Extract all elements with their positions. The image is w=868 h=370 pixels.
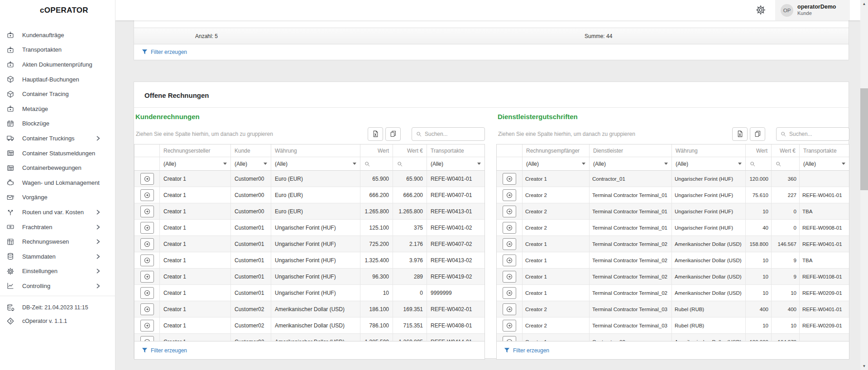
sidebar-item[interactable]: Container Tracing — [0, 86, 115, 101]
column-header[interactable]: Transportakte — [800, 144, 849, 157]
table-row[interactable]: Creator 1 Contractor_01 Ungarischer Fori… — [497, 171, 849, 187]
table-row[interactable]: Creator 2 Terminal Contractor Terminal_0… — [497, 317, 849, 334]
filter-select[interactable]: (Alle) — [800, 157, 849, 171]
open-row-button[interactable] — [140, 206, 154, 217]
column-header[interactable]: Wert € — [772, 144, 800, 157]
open-row-button[interactable] — [140, 336, 154, 341]
table-row[interactable]: Creator 1 Customer02 Amerikanischer Doll… — [134, 334, 484, 341]
table-row[interactable]: Creator 1 Customer01 Ungarischer Forint … — [134, 252, 484, 269]
sidebar-item[interactable]: Container Statusmeldungen — [0, 146, 115, 161]
filter-select[interactable]: (Alle) — [672, 157, 746, 171]
table-row[interactable]: Creator 1 Customer00 Euro (EUR) 65.900 6… — [134, 171, 484, 187]
filter-select[interactable]: (Alle) — [427, 157, 484, 171]
create-filter-link[interactable]: Filter erzeugen — [142, 347, 187, 354]
table-row[interactable]: Creator 1 Terminal Contractor Terminal_0… — [497, 269, 849, 285]
table-row[interactable]: Creator 1 Terminal Contractor Terminal_0… — [497, 236, 849, 252]
copy-button[interactable] — [385, 127, 401, 141]
table-row[interactable]: Creator 1 Customer00 Euro (EUR) 666.200 … — [134, 187, 484, 203]
filter-search[interactable] — [360, 157, 393, 171]
export-xlsx-button[interactable] — [368, 127, 383, 141]
open-row-button[interactable] — [503, 303, 516, 315]
export-xlsx-button[interactable] — [732, 127, 748, 141]
open-row-button[interactable] — [503, 287, 516, 299]
sidebar-item[interactable]: Akten Dokumentenprüfung — [0, 57, 115, 72]
table-row[interactable]: Creator 1 Customer02 Amerikanischer Doll… — [134, 317, 484, 334]
open-row-button[interactable] — [503, 222, 516, 234]
table-row[interactable]: Creator 1 Terminal Contractor Terminal_0… — [497, 252, 849, 269]
scroll-down-arrow-icon[interactable]: ▼ — [860, 362, 868, 370]
sidebar-item[interactable]: Controlling — [0, 279, 115, 293]
create-filter-link[interactable]: Filter erzeugen — [504, 347, 549, 354]
open-row-button[interactable] — [140, 320, 154, 332]
open-row-button[interactable] — [503, 238, 516, 250]
column-header[interactable]: Wert — [360, 144, 393, 157]
copy-button[interactable] — [750, 127, 765, 141]
scroll-up-arrow-icon[interactable]: ▲ — [860, 0, 868, 8]
table-row[interactable]: Creator 1 Customer01 Ungarischer Forint … — [134, 269, 484, 285]
open-row-button[interactable] — [140, 271, 154, 283]
table-row[interactable]: Creator 2 Terminal Contractor Terminal_0… — [497, 187, 849, 203]
column-header[interactable]: Rechnungsersteller — [160, 144, 231, 157]
search-input[interactable] — [789, 131, 841, 137]
filter-select[interactable]: (Alle) — [231, 157, 271, 171]
filter-select[interactable]: (Alle) — [271, 157, 360, 171]
sidebar-item[interactable]: Stammdaten — [0, 249, 115, 264]
open-row-button[interactable] — [140, 287, 154, 299]
filter-search[interactable] — [772, 157, 800, 171]
table-row[interactable]: Creator 1 Customer00 Euro (EUR) 1.265.80… — [134, 203, 484, 220]
sidebar-item[interactable]: Hauptlauf-Buchungen — [0, 72, 115, 87]
filter-search[interactable] — [746, 157, 772, 171]
open-row-button[interactable] — [503, 206, 516, 217]
column-header[interactable]: Wert — [746, 144, 772, 157]
sidebar-item[interactable]: Blockzüge — [0, 116, 115, 131]
sidebar-item[interactable]: Metazüge — [0, 101, 115, 116]
column-header[interactable]: Währung — [271, 144, 360, 157]
filter-select[interactable]: (Alle) — [590, 157, 672, 171]
sidebar-item[interactable]: Container Truckings — [0, 131, 115, 146]
table-row[interactable]: Creator 1 Customer01 Ungarischer Forint … — [134, 220, 484, 236]
open-row-button[interactable] — [140, 189, 154, 201]
sidebar-item[interactable]: Vorgänge — [0, 190, 115, 205]
vertical-scrollbar[interactable]: ▲ ▼ — [860, 0, 868, 370]
column-header[interactable]: Kunde — [231, 144, 271, 157]
brand-logo[interactable]: cOPERATOR — [0, 0, 115, 20]
column-header[interactable]: Rechnungsempfänger — [523, 144, 590, 157]
table-row[interactable]: Creator 2 Terminal Contractor Terminal_0… — [497, 301, 849, 317]
sidebar-item[interactable]: Wagen- und Lokmanagement — [0, 175, 115, 190]
column-header[interactable]: Transportakte — [427, 144, 484, 157]
column-header[interactable]: Wert € — [393, 144, 427, 157]
table-row[interactable]: Creator 2 Terminal Contractor Terminal_0… — [497, 220, 849, 236]
open-row-button[interactable] — [140, 303, 154, 315]
open-row-button[interactable] — [140, 222, 154, 234]
filter-select[interactable]: (Alle) — [523, 157, 590, 171]
table-row[interactable]: Creator 2 Terminal Contractor Terminal_0… — [497, 203, 849, 220]
sidebar-item[interactable]: Frachtraten — [0, 220, 115, 235]
column-header[interactable]: Dienstleister — [590, 144, 672, 157]
open-row-button[interactable] — [503, 173, 516, 185]
open-row-button[interactable] — [503, 320, 516, 332]
open-row-button[interactable] — [503, 271, 516, 283]
open-row-button[interactable] — [503, 255, 516, 266]
create-filter-link[interactable]: Filter erzeugen — [142, 49, 187, 55]
sidebar-item[interactable]: Transportakten — [0, 43, 115, 58]
table-row[interactable]: Creator 1 Customer02 Amerikanischer Doll… — [134, 301, 484, 317]
sidebar-item[interactable]: Einstellungen — [0, 264, 115, 279]
open-row-button[interactable] — [503, 189, 516, 201]
open-row-button[interactable] — [140, 173, 154, 185]
open-row-button[interactable] — [140, 238, 154, 250]
table-row[interactable]: Creator 1 Customer01 Ungarischer Forint … — [134, 285, 484, 301]
column-header[interactable]: Währung — [672, 144, 746, 157]
open-row-button[interactable] — [503, 336, 516, 341]
search-input[interactable] — [425, 131, 477, 137]
sidebar-item[interactable]: Kundenaufträge — [0, 28, 115, 43]
settings-button[interactable] — [755, 5, 766, 16]
sidebar-item[interactable]: Containerbewegungen — [0, 160, 115, 175]
sidebar-item[interactable]: Rechnungswesen — [0, 234, 115, 249]
sidebar-item[interactable]: Routen und var. Kosten — [0, 205, 115, 220]
table-row[interactable]: Creator 1 Terminal Contractor Terminal_0… — [497, 285, 849, 301]
filter-select[interactable]: (Alle) — [160, 157, 231, 171]
table-row[interactable]: Creator 1 Customer01 Ungarischer Forint … — [134, 236, 484, 252]
user-menu[interactable]: OP operatorDemo Kunde — [775, 0, 850, 20]
scrollbar-thumb[interactable] — [860, 88, 868, 190]
filter-search[interactable] — [393, 157, 427, 171]
